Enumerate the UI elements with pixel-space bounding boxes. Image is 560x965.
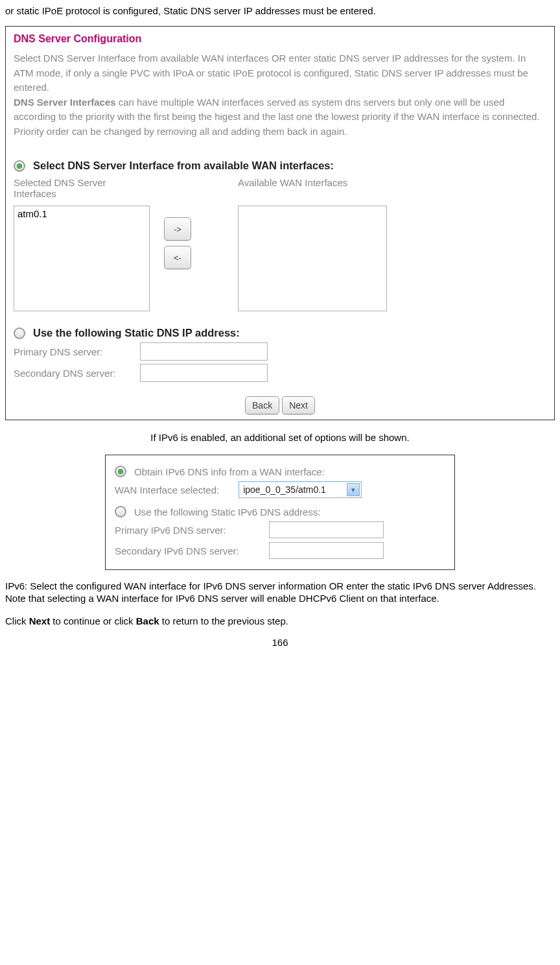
secondary-dns-label: Secondary DNS server: (14, 368, 140, 379)
wan-interface-row: WAN Interface selected: ipoe_0_0_35/atm0… (115, 481, 445, 498)
footer-line2: Note that selecting a WAN interface for … (5, 593, 555, 604)
secondary-dns-input[interactable] (140, 364, 268, 382)
radio-icon (14, 160, 25, 172)
available-column: Available WAN Interfaces (212, 177, 387, 311)
secondary-ipv6-input[interactable] (269, 542, 384, 559)
primary-dns-row: Primary DNS server: (14, 342, 546, 361)
ipv6-caption: If IPv6 is enabled, an additional set of… (5, 432, 555, 443)
dns-config-panel: DNS Server Configuration Select DNS Serv… (5, 26, 555, 420)
panel-title: DNS Server Configuration (14, 33, 546, 45)
primary-ipv6-row: Primary IPv6 DNS server: (115, 521, 445, 538)
text: to return to the previous step. (159, 615, 288, 626)
list-item[interactable]: atm0.1 (18, 208, 146, 219)
radio-icon (14, 328, 25, 339)
chevron-down-icon: ▾ (347, 483, 360, 496)
radio-label: Obtain IPv6 DNS info from a WAN interfac… (134, 466, 325, 477)
radio-select-interface-row[interactable]: Select DNS Server Interface from availab… (14, 160, 546, 172)
move-right-button[interactable]: -> (164, 217, 191, 241)
selected-header: Selected DNS Server Interfaces (14, 177, 150, 206)
footer-line3: Click Next to continue or click Back to … (5, 615, 555, 626)
next-bold: Next (29, 615, 51, 626)
available-header: Available WAN Interfaces (212, 177, 387, 206)
radio-label: Use the following Static IPv6 DNS addres… (134, 506, 321, 518)
secondary-dns-row: Secondary DNS server: (14, 364, 546, 382)
listbox-area: Selected DNS Server Interfaces atm0.1 ->… (14, 177, 546, 311)
wan-interface-select[interactable]: ipoe_0_0_35/atm0.1 ▾ (239, 481, 362, 498)
radio-label: Use the following Static DNS IP address: (33, 327, 240, 339)
secondary-ipv6-label: Secondary IPv6 DNS server: (115, 545, 264, 556)
secondary-ipv6-row: Secondary IPv6 DNS server: (115, 542, 445, 559)
move-left-button[interactable]: <- (164, 246, 191, 269)
radio-icon (115, 506, 126, 518)
next-button[interactable]: Next (282, 396, 315, 414)
ipv6-panel: Obtain IPv6 DNS info from a WAN interfac… (105, 455, 455, 570)
primary-dns-input[interactable] (140, 342, 268, 361)
radio-icon (115, 466, 126, 477)
back-button[interactable]: Back (245, 396, 279, 414)
footer-line1: IPv6: Select the configured WAN interfac… (5, 580, 555, 591)
radio-static-dns-row[interactable]: Use the following Static DNS IP address: (14, 327, 546, 339)
primary-dns-label: Primary DNS server: (14, 346, 140, 357)
arrow-buttons: -> <- (164, 215, 191, 272)
wan-interface-label: WAN Interface selected: (115, 484, 219, 495)
back-bold: Back (136, 615, 159, 626)
desc-bold: DNS Server Interfaces (14, 97, 116, 108)
text: Click (5, 615, 29, 626)
desc-text-1: Select DNS Server Interface from availab… (14, 53, 528, 93)
primary-ipv6-input[interactable] (269, 521, 384, 538)
page-number: 166 (5, 637, 555, 648)
select-value: ipoe_0_0_35/atm0.1 (243, 484, 326, 495)
selected-column: Selected DNS Server Interfaces atm0.1 (14, 177, 150, 311)
text: to continue or click (50, 615, 136, 626)
panel-description: Select DNS Server Interface from availab… (14, 51, 546, 139)
radio-static-ipv6-row[interactable]: Use the following Static IPv6 DNS addres… (115, 506, 445, 518)
selected-listbox[interactable]: atm0.1 (14, 206, 150, 311)
radio-label: Select DNS Server Interface from availab… (33, 160, 334, 172)
intro-text: or static IPoE protocol is configured, S… (5, 5, 555, 16)
available-listbox[interactable] (238, 206, 387, 311)
primary-ipv6-label: Primary IPv6 DNS server: (115, 525, 264, 536)
nav-buttons: Back Next (14, 396, 546, 414)
radio-obtain-ipv6-row[interactable]: Obtain IPv6 DNS info from a WAN interfac… (115, 466, 445, 477)
